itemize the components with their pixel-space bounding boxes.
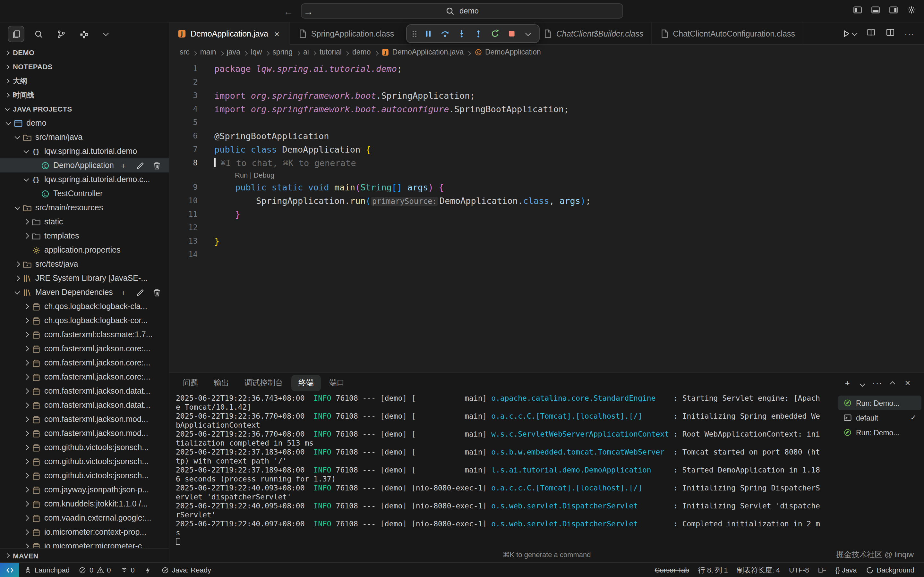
cursor-tab-status[interactable]: Cursor Tab	[650, 563, 694, 577]
more-button[interactable]: ···	[905, 28, 914, 39]
tree-item[interactable]: JRE System Library [JavaSE-...	[0, 271, 169, 285]
step-into-button[interactable]	[454, 26, 469, 41]
panel-bottom-button[interactable]	[871, 5, 880, 17]
plus-icon[interactable]: +	[118, 161, 128, 170]
panel-left-button[interactable]	[853, 5, 863, 17]
tree-item[interactable]: com.fasterxml.jackson.core:...	[0, 370, 169, 384]
extensions-button[interactable]	[75, 26, 92, 42]
tree-item[interactable]: com.github.victools:jsonsch...	[0, 440, 169, 455]
terminal-list-item[interactable]: Run: Demo...	[838, 396, 921, 410]
pause-button[interactable]	[420, 26, 436, 41]
step-out-button[interactable]	[470, 26, 486, 41]
chevron-down-button[interactable]	[861, 377, 864, 388]
split-button[interactable]	[885, 27, 895, 40]
tree-item[interactable]: com.knuddels:jtokkit:1.1.0 /...	[0, 497, 169, 511]
tree-item[interactable]: com.github.victools:jsonsch...	[0, 469, 169, 483]
tree-item[interactable]: demo	[0, 116, 169, 130]
java-status[interactable]: Java: Ready	[157, 563, 216, 577]
breadcrumb-item[interactable]: spring	[272, 48, 292, 56]
line-col-status[interactable]: 行 8, 列 1	[694, 563, 732, 577]
sidebar-section-0[interactable]: DEMO	[0, 45, 169, 60]
pages-button[interactable]	[8, 26, 24, 42]
close-icon[interactable]: ×	[272, 29, 282, 39]
grip-handle[interactable]	[410, 26, 419, 41]
pencil-icon[interactable]	[135, 161, 145, 170]
encoding-status[interactable]: UTF-8	[784, 563, 813, 577]
tree-item[interactable]: ch.qos.logback:logback-cor...	[0, 314, 169, 327]
trash-icon[interactable]	[152, 161, 162, 170]
eol-status[interactable]: LF	[814, 563, 831, 577]
tree-item[interactable]: {}lqw.spring.ai.tutorial.demo	[0, 144, 169, 158]
tree-item[interactable]: Maven Dependencies+	[0, 285, 169, 300]
tree-item[interactable]: templates	[0, 229, 169, 243]
panel-tab[interactable]: 输出	[207, 375, 236, 391]
editor-tab[interactable]: ChatClientAutoConfiguration.class	[652, 23, 803, 45]
breadcrumb-item[interactable]: CDemoApplication	[474, 48, 541, 56]
sidebar-section-2[interactable]: 大纲	[0, 74, 169, 88]
tree-item[interactable]: CDemoApplication+	[0, 158, 169, 172]
tree-item[interactable]: com.github.victools:jsonsch...	[0, 455, 169, 469]
restart-button[interactable]	[487, 26, 502, 41]
breadcrumb-item[interactable]: lqw	[251, 48, 262, 56]
codelens-run[interactable]: Run	[235, 171, 248, 179]
run-button[interactable]	[841, 29, 857, 39]
sidebar-section-4[interactable]: JAVA PROJECTS	[0, 102, 169, 116]
chevron-down-button[interactable]	[520, 26, 536, 41]
breadcrumb-item[interactable]: java	[227, 48, 240, 56]
tree-item[interactable]: com.fasterxml.jackson.mod...	[0, 426, 169, 440]
tree-item[interactable]: {}lqw.spring.ai.tutorial.demo.c...	[0, 172, 169, 187]
panel-tab[interactable]: 问题	[176, 375, 205, 391]
breadcrumb-item[interactable]: demo	[352, 48, 371, 56]
tab-size-status[interactable]: 制表符长度: 4	[732, 563, 784, 577]
tree-item[interactable]: ch.qos.logback:logback-cla...	[0, 300, 169, 314]
step-over-button[interactable]	[437, 26, 452, 41]
editor-tab[interactable]: ChatClient$Builder.class	[535, 23, 652, 45]
command-center-search[interactable]: demo	[301, 3, 623, 19]
debug-status[interactable]	[139, 563, 157, 577]
tree-item[interactable]: static	[0, 215, 169, 229]
terminal-list-item[interactable]: Run: Demo...	[838, 425, 921, 440]
trash-icon[interactable]	[152, 287, 162, 297]
tree-item[interactable]: src/main/java	[0, 130, 169, 144]
search-button[interactable]	[30, 26, 47, 42]
panel-tab[interactable]: 调试控制台	[237, 375, 290, 391]
sidebar-section-maven[interactable]: MAVEN	[0, 548, 169, 562]
breadcrumb-item[interactable]: tutorial	[320, 48, 342, 56]
tree-item[interactable]: com.vaadin.external.google:...	[0, 511, 169, 525]
gear-button[interactable]	[907, 5, 916, 17]
code-editor[interactable]: 1package lqw.spring.ai.tutorial.demo;23i…	[170, 59, 924, 372]
back-icon[interactable]: ←	[284, 5, 293, 16]
editor-tab[interactable]: JDemoApplication.java×	[170, 23, 290, 45]
tree-item[interactable]: com.jayway.jsonpath:json-p...	[0, 483, 169, 497]
remote-indicator[interactable]	[0, 563, 19, 577]
tree-item[interactable]: CTestController	[0, 187, 169, 201]
panel-tab[interactable]: 端口	[322, 375, 352, 391]
codelens-debug[interactable]: Debug	[254, 171, 274, 179]
more-button[interactable]: ···	[873, 377, 882, 388]
terminal-list-item[interactable]: default✓	[838, 410, 921, 425]
panel-tab[interactable]: 终端	[291, 375, 321, 391]
plus-button[interactable]: +	[843, 377, 852, 388]
sidebar-section-1[interactable]: NOTEPADS	[0, 60, 169, 74]
ports-status[interactable]: 0	[115, 563, 139, 577]
background-status[interactable]: Background	[861, 563, 919, 577]
stop-button[interactable]	[504, 26, 519, 41]
breadcrumb-item[interactable]: main	[200, 48, 216, 56]
language-status[interactable]: {} Java	[830, 563, 861, 577]
tree-item[interactable]: src/test/java	[0, 257, 169, 271]
tree-item[interactable]: com.fasterxml:classmate:1.7...	[0, 327, 169, 342]
breadcrumb-item[interactable]: JDemoApplication.java	[381, 48, 464, 56]
tree-item[interactable]: com.fasterxml.jackson.core:...	[0, 342, 169, 356]
breadcrumb-item[interactable]: src	[180, 48, 190, 56]
forward-icon[interactable]: →	[304, 5, 313, 16]
chevron-up-button[interactable]	[891, 377, 895, 388]
sidebar-section-3[interactable]: 时间线	[0, 88, 169, 102]
tree-item[interactable]: com.fasterxml.jackson.datat...	[0, 384, 169, 398]
tree-item[interactable]: application.properties	[0, 243, 169, 257]
problems-status[interactable]: 0 0	[74, 563, 115, 577]
source-control-button[interactable]	[53, 26, 69, 42]
terminal-output[interactable]: 2025-06-22T19:22:36.743+08:00 INFO 76108…	[170, 392, 838, 547]
panel-right-button[interactable]	[889, 5, 898, 17]
breadcrumb-item[interactable]: ai	[303, 48, 309, 56]
tree-item[interactable]: src/main/resources	[0, 201, 169, 215]
